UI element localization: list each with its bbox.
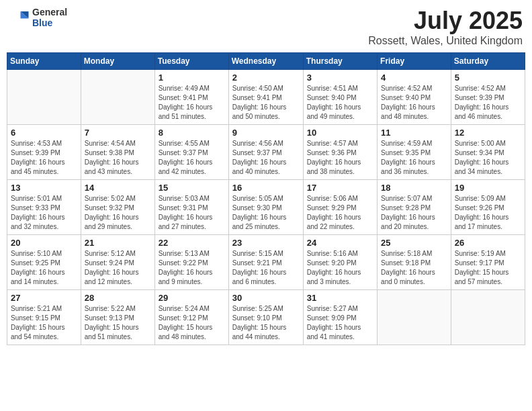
calendar-cell xyxy=(378,290,451,345)
calendar-cell: 26Sunrise: 5:19 AMSunset: 9:17 PMDayligh… xyxy=(451,235,525,290)
calendar-week-row: 6Sunrise: 4:53 AMSunset: 9:39 PMDaylight… xyxy=(7,125,525,180)
day-number: 30 xyxy=(232,293,300,303)
day-number: 14 xyxy=(85,183,151,193)
day-info: Sunrise: 4:50 AMSunset: 9:41 PMDaylight:… xyxy=(232,84,300,122)
day-info: Sunrise: 5:09 AMSunset: 9:26 PMDaylight:… xyxy=(455,194,521,232)
day-number: 5 xyxy=(455,73,521,83)
day-number: 28 xyxy=(85,293,151,303)
calendar-cell: 3Sunrise: 4:51 AMSunset: 9:40 PMDaylight… xyxy=(303,70,377,125)
day-number: 13 xyxy=(11,183,77,193)
day-number: 22 xyxy=(159,238,225,248)
day-info: Sunrise: 4:51 AMSunset: 9:40 PMDaylight:… xyxy=(307,84,373,122)
calendar-cell: 19Sunrise: 5:09 AMSunset: 9:26 PMDayligh… xyxy=(451,180,525,235)
month-year: July 2025 xyxy=(368,7,523,35)
day-number: 11 xyxy=(381,128,447,138)
weekday-header: Wednesday xyxy=(228,53,303,70)
day-number: 18 xyxy=(381,183,447,193)
calendar-cell: 22Sunrise: 5:13 AMSunset: 9:22 PMDayligh… xyxy=(154,235,228,290)
day-number: 16 xyxy=(232,183,300,193)
calendar-week-row: 27Sunrise: 5:21 AMSunset: 9:15 PMDayligh… xyxy=(7,290,525,345)
calendar-cell: 16Sunrise: 5:05 AMSunset: 9:30 PMDayligh… xyxy=(228,180,303,235)
calendar-cell: 8Sunrise: 4:55 AMSunset: 9:37 PMDaylight… xyxy=(154,125,228,180)
calendar-cell: 21Sunrise: 5:12 AMSunset: 9:24 PMDayligh… xyxy=(81,235,154,290)
day-info: Sunrise: 4:52 AMSunset: 9:40 PMDaylight:… xyxy=(381,84,447,122)
day-info: Sunrise: 4:57 AMSunset: 9:36 PMDaylight:… xyxy=(307,139,373,177)
day-info: Sunrise: 5:10 AMSunset: 9:25 PMDaylight:… xyxy=(11,249,77,287)
calendar-cell: 30Sunrise: 5:25 AMSunset: 9:10 PMDayligh… xyxy=(228,290,303,345)
day-info: Sunrise: 4:49 AMSunset: 9:41 PMDaylight:… xyxy=(159,84,225,122)
calendar-cell: 29Sunrise: 5:24 AMSunset: 9:12 PMDayligh… xyxy=(154,290,228,345)
day-info: Sunrise: 5:21 AMSunset: 9:15 PMDaylight:… xyxy=(11,304,77,342)
day-number: 20 xyxy=(11,238,77,248)
calendar-cell: 10Sunrise: 4:57 AMSunset: 9:36 PMDayligh… xyxy=(303,125,377,180)
day-info: Sunrise: 4:53 AMSunset: 9:39 PMDaylight:… xyxy=(11,139,77,177)
calendar-week-row: 1Sunrise: 4:49 AMSunset: 9:41 PMDaylight… xyxy=(7,70,525,125)
calendar-cell: 6Sunrise: 4:53 AMSunset: 9:39 PMDaylight… xyxy=(7,125,81,180)
calendar-cell: 4Sunrise: 4:52 AMSunset: 9:40 PMDaylight… xyxy=(378,70,451,125)
day-number: 10 xyxy=(307,128,373,138)
weekday-header: Saturday xyxy=(451,53,525,70)
day-number: 1 xyxy=(159,73,225,83)
logo-icon xyxy=(9,7,30,28)
day-info: Sunrise: 5:00 AMSunset: 9:34 PMDaylight:… xyxy=(455,139,521,177)
day-info: Sunrise: 4:55 AMSunset: 9:37 PMDaylight:… xyxy=(159,139,225,177)
calendar-cell: 27Sunrise: 5:21 AMSunset: 9:15 PMDayligh… xyxy=(7,290,81,345)
day-number: 25 xyxy=(381,238,447,248)
weekday-header: Thursday xyxy=(303,53,377,70)
day-number: 12 xyxy=(455,128,521,138)
day-info: Sunrise: 4:54 AMSunset: 9:38 PMDaylight:… xyxy=(85,139,151,177)
day-number: 21 xyxy=(85,238,151,248)
calendar-cell xyxy=(81,70,154,125)
calendar: SundayMondayTuesdayWednesdayThursdayFrid… xyxy=(7,52,525,345)
calendar-cell: 31Sunrise: 5:27 AMSunset: 9:09 PMDayligh… xyxy=(303,290,377,345)
day-info: Sunrise: 5:24 AMSunset: 9:12 PMDaylight:… xyxy=(159,304,225,342)
day-number: 7 xyxy=(85,128,151,138)
day-number: 2 xyxy=(232,73,300,83)
day-number: 31 xyxy=(307,293,373,303)
day-info: Sunrise: 5:12 AMSunset: 9:24 PMDaylight:… xyxy=(85,249,151,287)
calendar-cell: 11Sunrise: 4:59 AMSunset: 9:35 PMDayligh… xyxy=(378,125,451,180)
day-number: 4 xyxy=(381,73,447,83)
day-info: Sunrise: 4:59 AMSunset: 9:35 PMDaylight:… xyxy=(381,139,447,177)
day-info: Sunrise: 5:19 AMSunset: 9:17 PMDaylight:… xyxy=(455,249,521,287)
weekday-header: Sunday xyxy=(7,53,81,70)
calendar-cell: 17Sunrise: 5:06 AMSunset: 9:29 PMDayligh… xyxy=(303,180,377,235)
calendar-cell: 24Sunrise: 5:16 AMSunset: 9:20 PMDayligh… xyxy=(303,235,377,290)
calendar-cell: 5Sunrise: 4:52 AMSunset: 9:39 PMDaylight… xyxy=(451,70,525,125)
day-number: 19 xyxy=(455,183,521,193)
day-number: 3 xyxy=(307,73,373,83)
weekday-header: Monday xyxy=(81,53,154,70)
day-number: 15 xyxy=(159,183,225,193)
calendar-cell xyxy=(451,290,525,345)
logo-text: General Blue xyxy=(32,7,67,28)
day-info: Sunrise: 5:07 AMSunset: 9:28 PMDaylight:… xyxy=(381,194,447,232)
day-info: Sunrise: 4:52 AMSunset: 9:39 PMDaylight:… xyxy=(455,84,521,122)
calendar-cell: 25Sunrise: 5:18 AMSunset: 9:18 PMDayligh… xyxy=(378,235,451,290)
day-info: Sunrise: 5:16 AMSunset: 9:20 PMDaylight:… xyxy=(307,249,373,287)
calendar-cell: 18Sunrise: 5:07 AMSunset: 9:28 PMDayligh… xyxy=(378,180,451,235)
calendar-week-row: 13Sunrise: 5:01 AMSunset: 9:33 PMDayligh… xyxy=(7,180,525,235)
calendar-week-row: 20Sunrise: 5:10 AMSunset: 9:25 PMDayligh… xyxy=(7,235,525,290)
calendar-header-row: SundayMondayTuesdayWednesdayThursdayFrid… xyxy=(7,53,525,70)
calendar-cell: 15Sunrise: 5:03 AMSunset: 9:31 PMDayligh… xyxy=(154,180,228,235)
day-info: Sunrise: 5:18 AMSunset: 9:18 PMDaylight:… xyxy=(381,249,447,287)
day-info: Sunrise: 5:15 AMSunset: 9:21 PMDaylight:… xyxy=(232,249,300,287)
day-number: 27 xyxy=(11,293,77,303)
calendar-cell: 7Sunrise: 4:54 AMSunset: 9:38 PMDaylight… xyxy=(81,125,154,180)
calendar-cell: 1Sunrise: 4:49 AMSunset: 9:41 PMDaylight… xyxy=(154,70,228,125)
logo: General Blue xyxy=(9,7,67,28)
day-number: 29 xyxy=(159,293,225,303)
day-number: 9 xyxy=(232,128,300,138)
logo-blue: Blue xyxy=(32,17,67,28)
page-header: General Blue July 2025 Rossett, Wales, U… xyxy=(7,7,525,47)
day-info: Sunrise: 5:05 AMSunset: 9:30 PMDaylight:… xyxy=(232,194,300,232)
day-number: 23 xyxy=(232,238,300,248)
day-info: Sunrise: 5:01 AMSunset: 9:33 PMDaylight:… xyxy=(11,194,77,232)
title-block: July 2025 Rossett, Wales, United Kingdom xyxy=(368,7,523,47)
day-info: Sunrise: 5:25 AMSunset: 9:10 PMDaylight:… xyxy=(232,304,300,342)
calendar-cell: 28Sunrise: 5:22 AMSunset: 9:13 PMDayligh… xyxy=(81,290,154,345)
calendar-cell: 23Sunrise: 5:15 AMSunset: 9:21 PMDayligh… xyxy=(228,235,303,290)
weekday-header: Tuesday xyxy=(154,53,228,70)
location: Rossett, Wales, United Kingdom xyxy=(368,35,523,47)
day-number: 6 xyxy=(11,128,77,138)
